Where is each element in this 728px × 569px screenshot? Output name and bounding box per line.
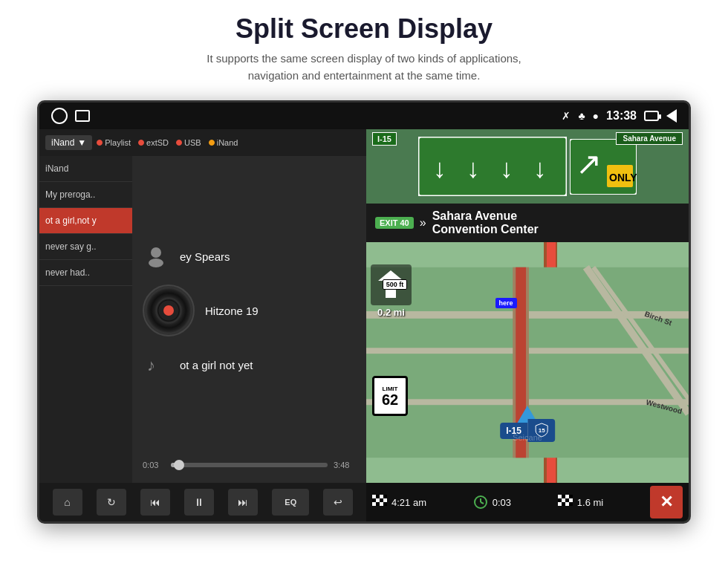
track-row: ♪ ot a girl not yet bbox=[140, 347, 359, 383]
svg-point-0 bbox=[151, 247, 161, 258]
svg-point-1 bbox=[149, 259, 163, 267]
bluetooth-symbol: ♣ bbox=[578, 110, 585, 122]
svg-rect-39 bbox=[562, 495, 565, 498]
playlist-item-label: ot a girl,not y bbox=[45, 215, 97, 226]
next-button[interactable]: ⏭ bbox=[228, 489, 258, 516]
playlist-item-never-had[interactable]: never had.. bbox=[39, 260, 132, 286]
back-button[interactable]: ↩ bbox=[323, 489, 353, 516]
status-time: 13:38 bbox=[606, 109, 637, 123]
exit-badge: EXIT 40 bbox=[375, 217, 414, 229]
source-dropdown[interactable]: iNand ▼ bbox=[45, 135, 92, 150]
source-options: Playlist extSD USB iNand bbox=[97, 138, 360, 147]
svg-rect-41 bbox=[569, 495, 573, 498]
svg-rect-26 bbox=[383, 495, 387, 498]
repeat-button[interactable]: ↻ bbox=[97, 489, 126, 516]
remaining-value: 1.6 mi bbox=[577, 497, 603, 508]
turn-distance: 0.2 mi bbox=[377, 307, 405, 318]
vinyl-record bbox=[143, 284, 195, 336]
map-svg bbox=[366, 242, 689, 483]
usb-label: USB bbox=[184, 138, 201, 147]
location-icon: ● bbox=[593, 110, 599, 122]
vinyl-center bbox=[163, 305, 174, 316]
svg-text:↗: ↗ bbox=[576, 146, 602, 181]
playlist-item-prerogative[interactable]: My preroga.. bbox=[39, 182, 132, 208]
source-bar: iNand ▼ Playlist extSD USB bbox=[39, 129, 366, 156]
status-left bbox=[51, 108, 90, 124]
svg-rect-32 bbox=[376, 502, 380, 506]
player-area: ey Spears Hitzone 19 bbox=[132, 156, 366, 483]
image-icon bbox=[75, 110, 90, 122]
nav-panel: I-15 Sahara Avenue ↓ ↓ ↓ ↓ bbox=[366, 129, 689, 521]
controls-bar: ⌂ ↻ ⏮ ⏸ ⏭ EQ ↩ bbox=[39, 483, 366, 521]
progress-area: 0:03 3:48 bbox=[140, 458, 359, 475]
device-frame: ✗ ♣ ● 13:38 iNand ▼ Playlist bbox=[37, 100, 691, 524]
extsd-label: extSD bbox=[146, 138, 169, 147]
playlist-item-girl[interactable]: ot a girl,not y bbox=[39, 208, 132, 234]
svg-rect-27 bbox=[372, 498, 376, 502]
artist-row: ey Spears bbox=[140, 238, 359, 274]
time-total: 3:48 bbox=[334, 461, 356, 469]
circle-icon bbox=[51, 108, 68, 124]
remaining-stat: 1.6 mi bbox=[558, 495, 603, 510]
exit-destination: Sahara AvenueConvention Center bbox=[432, 209, 539, 236]
svg-rect-45 bbox=[569, 498, 573, 502]
svg-rect-23 bbox=[372, 495, 376, 498]
duration-value: 0:03 bbox=[493, 497, 511, 508]
i15-sign-top: I-15 bbox=[372, 132, 397, 146]
svg-rect-47 bbox=[562, 502, 565, 506]
source-dropdown-label: iNand bbox=[51, 137, 74, 148]
window-icon bbox=[644, 111, 659, 121]
inand-label: iNand bbox=[217, 138, 238, 147]
eta-value: 4:21 am bbox=[391, 497, 426, 508]
source-playlist[interactable]: Playlist bbox=[97, 138, 131, 147]
bluetooth-icon: ✗ bbox=[562, 110, 571, 122]
eq-button[interactable]: EQ bbox=[272, 489, 309, 516]
svg-rect-42 bbox=[558, 498, 562, 502]
svg-text:↓: ↓ bbox=[533, 153, 547, 183]
playlist-item-inand[interactable]: iNand bbox=[39, 156, 132, 182]
status-bar: ✗ ♣ ● 13:38 bbox=[39, 103, 689, 129]
svg-line-37 bbox=[481, 502, 484, 504]
album-name: Hitzone 19 bbox=[205, 305, 259, 317]
i15-badge: I-15 15 bbox=[500, 419, 555, 442]
exit-arrow-icon: » bbox=[420, 216, 426, 230]
source-inand[interactable]: iNand bbox=[209, 138, 238, 147]
page-header: Split Screen Display It supports the sam… bbox=[0, 0, 728, 91]
duration-stat: 0:03 bbox=[473, 495, 511, 510]
artist-name: ey Spears bbox=[180, 250, 230, 263]
playlist-item-never-say[interactable]: never say g.. bbox=[39, 234, 132, 260]
play-pause-button[interactable]: ⏸ bbox=[184, 489, 214, 516]
back-arrow-icon bbox=[666, 109, 677, 123]
eta-stat: 4:21 am bbox=[372, 495, 426, 510]
distance-sign: 500 ft bbox=[383, 279, 408, 290]
i15-shield: 15 bbox=[527, 419, 555, 442]
prev-button[interactable]: ⏮ bbox=[140, 489, 170, 516]
svg-rect-31 bbox=[372, 502, 376, 506]
svg-text:↓: ↓ bbox=[433, 153, 446, 183]
page-title: Split Screen Display bbox=[15, 13, 713, 45]
svg-rect-38 bbox=[558, 495, 562, 498]
svg-text:15: 15 bbox=[538, 427, 545, 434]
music-note-icon: ♪ bbox=[143, 351, 169, 378]
nav-close-button[interactable]: ✕ bbox=[650, 486, 683, 518]
svg-text:↓: ↓ bbox=[467, 153, 480, 183]
source-usb[interactable]: USB bbox=[176, 138, 201, 147]
svg-rect-49 bbox=[569, 502, 573, 506]
progress-track[interactable] bbox=[171, 463, 328, 467]
inand-radio bbox=[209, 140, 215, 146]
svg-rect-46 bbox=[558, 502, 562, 506]
playlist-item-label: iNand bbox=[45, 163, 68, 174]
playlist-label: Playlist bbox=[105, 138, 131, 147]
nav-bottom-bar: 4:21 am 0:03 bbox=[366, 483, 689, 521]
turn-indicator: 0.2 mi bbox=[371, 264, 412, 318]
i15-text: I-15 bbox=[500, 423, 527, 439]
svg-rect-28 bbox=[376, 498, 380, 502]
svg-rect-48 bbox=[565, 502, 569, 506]
source-extsd[interactable]: extSD bbox=[138, 138, 169, 147]
sahara-sign: Sahara Avenue bbox=[616, 132, 683, 145]
playlist-item-label: never say g.. bbox=[45, 241, 97, 252]
home-button[interactable]: ⌂ bbox=[53, 489, 82, 516]
artist-icon bbox=[143, 243, 169, 270]
only-sign-svg: ↗ ONLY bbox=[570, 139, 637, 195]
svg-rect-33 bbox=[380, 502, 383, 506]
